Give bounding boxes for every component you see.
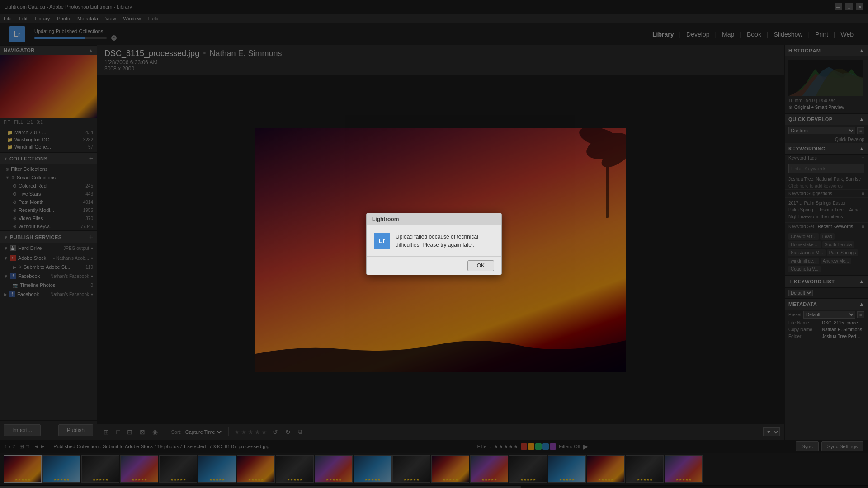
dialog-body: Lr Upload failed because of technical di… [367, 225, 501, 256]
ok-button[interactable]: OK [467, 260, 494, 271]
error-dialog: Lightroom Lr Upload failed because of te… [366, 213, 502, 275]
dialog-titlebar: Lightroom [367, 213, 501, 225]
dialog-footer: OK [367, 256, 501, 275]
dialog-message: Upload failed because of technical diffi… [396, 233, 494, 249]
dialog-overlay: Lightroom Lr Upload failed because of te… [0, 0, 868, 488]
dialog-lr-icon: Lr [374, 233, 390, 249]
